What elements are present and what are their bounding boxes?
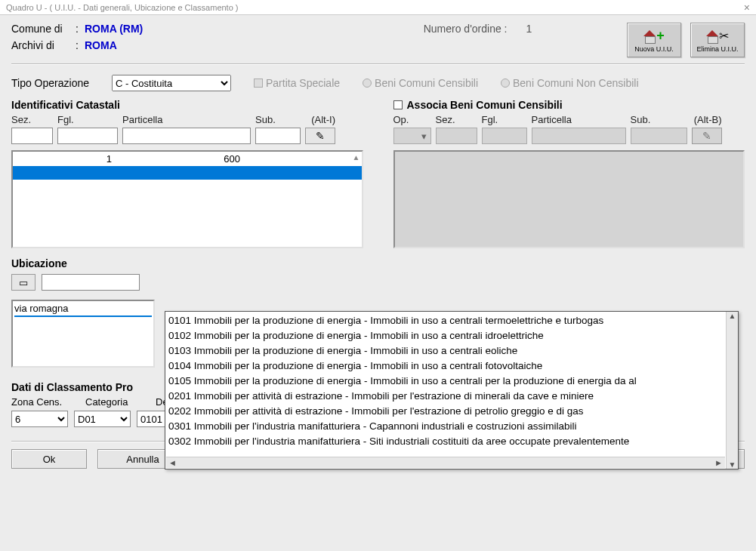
archivi-value: ROMA bbox=[85, 39, 117, 51]
tipo-operazione-select[interactable]: C - Costituita bbox=[112, 75, 231, 91]
edit-assoc-button-disabled: ✎ bbox=[692, 128, 722, 144]
elimina-uiu-button[interactable]: ✂ Elimina U.I.U. bbox=[690, 23, 745, 57]
partita-speciale-checkbox: Partita Speciale bbox=[254, 77, 340, 89]
dropdown-item[interactable]: 0302 Immobili per l'industria manifattur… bbox=[168, 434, 723, 449]
categoria-label: Categoria bbox=[85, 396, 150, 408]
pencil-icon: ✎ bbox=[316, 130, 325, 142]
numero-ordine-label: Numero d'ordine : bbox=[424, 23, 508, 35]
dropdown-item[interactable]: 0103 Immobili per la produzione di energ… bbox=[168, 343, 723, 359]
zona-label: Zona Cens. bbox=[11, 396, 79, 408]
fgl-input[interactable] bbox=[57, 128, 118, 144]
col-particella2: Particella bbox=[532, 114, 626, 125]
dropdown-item[interactable]: 0105 Immobili per la produzione di energ… bbox=[168, 374, 723, 389]
archivi-label: Archivi di bbox=[11, 39, 76, 51]
fgl2-input-disabled bbox=[482, 128, 527, 144]
associa-title: Associa Beni Comuni Censibili bbox=[407, 99, 563, 111]
ok-button[interactable]: Ok bbox=[11, 449, 87, 469]
elimina-uiu-label: Elimina U.I.U. bbox=[696, 45, 738, 53]
col-op: Op. bbox=[393, 114, 431, 125]
particella-input[interactable] bbox=[122, 128, 251, 144]
col-sez2: Sez. bbox=[436, 114, 477, 125]
col-sub: Sub. bbox=[255, 114, 301, 125]
list-row-fgl: 1 bbox=[57, 153, 118, 165]
numero-ordine-value: 1 bbox=[526, 23, 532, 35]
beni-non-censibili-radio: Beni Comuni Non Censibili bbox=[501, 77, 639, 89]
ubicazione-title: Ubicazione bbox=[11, 257, 745, 269]
associa-checkbox[interactable] bbox=[393, 100, 403, 109]
col-fgl: Fgl. bbox=[57, 114, 118, 125]
col-sub2: Sub. bbox=[631, 114, 687, 125]
list-row-particella: 600 bbox=[118, 153, 246, 165]
house-icon bbox=[643, 30, 656, 42]
sub2-input-disabled bbox=[631, 128, 687, 144]
comune-label: Comune di bbox=[11, 23, 76, 35]
checkbox-icon bbox=[254, 78, 263, 88]
dropdown-item[interactable]: 0104 Immobili per la produzione di energ… bbox=[168, 359, 723, 374]
categoria-select[interactable]: D01 bbox=[74, 411, 131, 427]
dropdown-horizontal-scrollbar[interactable]: ◄ ► bbox=[166, 457, 725, 468]
identificativi-title: Identificativi Catastali bbox=[11, 99, 363, 111]
radio-icon bbox=[501, 78, 510, 88]
dropdown-item[interactable]: 0301 Immobili per l'industria manifattur… bbox=[168, 419, 723, 434]
edit-ident-button[interactable]: ✎ bbox=[305, 128, 335, 144]
col-alt-i: (Alt-I) bbox=[305, 114, 335, 125]
particella2-input-disabled bbox=[532, 128, 626, 144]
close-icon[interactable]: × bbox=[744, 2, 750, 14]
comune-value: ROMA (RM) bbox=[85, 23, 143, 35]
ub-item-highlight[interactable] bbox=[14, 316, 152, 317]
col-particella: Particella bbox=[122, 114, 251, 125]
associa-list-disabled bbox=[393, 150, 745, 248]
window-title: Quadro U - ( U.I.U. - Dati generali, Ubi… bbox=[6, 3, 239, 12]
title-bar: Quadro U - ( U.I.U. - Dati generali, Ubi… bbox=[0, 0, 756, 15]
ub-item-selected[interactable]: via romagna bbox=[14, 303, 152, 314]
zona-select[interactable]: 6 bbox=[11, 411, 68, 427]
scissors-icon: ✂ bbox=[719, 29, 729, 43]
plus-icon: + bbox=[656, 28, 665, 44]
ubicazione-tool-button[interactable]: ▭ bbox=[11, 274, 35, 291]
op-select-disabled bbox=[393, 128, 431, 144]
scrollbar[interactable]: ▲ bbox=[353, 153, 360, 162]
dest-uso-dropdown[interactable]: 0101 Immobili per la produzione di energ… bbox=[165, 311, 739, 469]
house-icon bbox=[706, 30, 718, 42]
identificativi-list[interactable]: ▲ 1 600 bbox=[11, 150, 363, 248]
dropdown-item[interactable]: 0202 Immobili per attività di estrazione… bbox=[168, 404, 723, 419]
list-row-selected[interactable] bbox=[13, 166, 362, 180]
col-alt-b: (Alt-B) bbox=[692, 114, 722, 125]
col-fgl2: Fgl. bbox=[482, 114, 527, 125]
ubicazione-list[interactable]: via romagna bbox=[11, 300, 155, 368]
dropdown-item[interactable]: 0102 Immobili per la produzione di energ… bbox=[168, 328, 723, 343]
col-sez: Sez. bbox=[11, 114, 53, 125]
card-icon: ▭ bbox=[19, 277, 28, 288]
dropdown-item[interactable]: 0201 Immobili per attività di estrazione… bbox=[168, 389, 723, 404]
pencil-icon: ✎ bbox=[702, 130, 711, 142]
ubicazione-input[interactable] bbox=[42, 274, 140, 291]
nuova-uiu-button[interactable]: + Nuova U.I.U. bbox=[627, 23, 681, 57]
sez2-input-disabled bbox=[436, 128, 477, 144]
radio-icon bbox=[363, 78, 372, 88]
dropdown-vertical-scrollbar[interactable]: ▲ ▼ bbox=[726, 312, 738, 469]
beni-censibili-radio: Beni Comuni Censibili bbox=[363, 77, 478, 89]
sub-input[interactable] bbox=[255, 128, 301, 144]
nuova-uiu-label: Nuova U.I.U. bbox=[634, 45, 674, 53]
dropdown-item[interactable]: 0101 Immobili per la produzione di energ… bbox=[168, 313, 723, 328]
sez-input[interactable] bbox=[11, 128, 53, 144]
tipo-operazione-label: Tipo Operazione bbox=[11, 77, 89, 89]
